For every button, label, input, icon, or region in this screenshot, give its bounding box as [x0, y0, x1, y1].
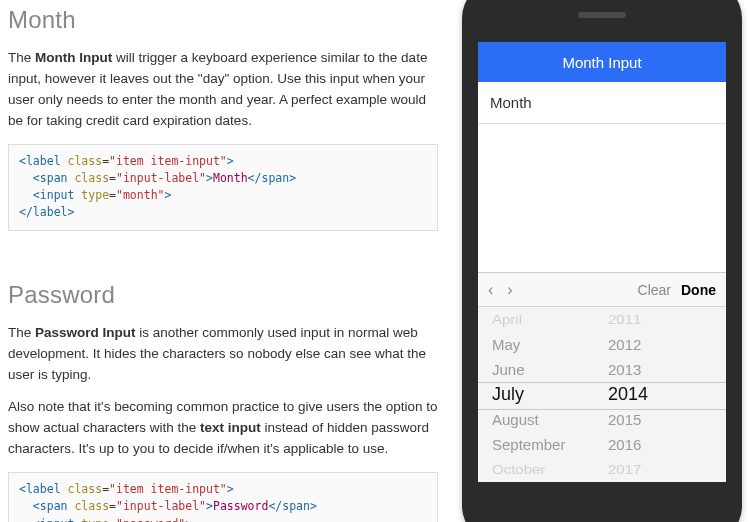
- wheel-item: 2016: [602, 432, 726, 457]
- year-wheel[interactable]: 2011 2012 2013 2014 2015 2016 2017: [602, 307, 726, 482]
- clear-button[interactable]: Clear: [638, 282, 671, 298]
- section-heading-month: Month: [8, 6, 438, 34]
- done-button[interactable]: Done: [681, 282, 716, 298]
- wheel-item: October: [478, 459, 602, 480]
- bold-term: text input: [200, 420, 261, 435]
- month-description: The Month Input will trigger a keyboard …: [8, 48, 438, 132]
- wheel-item: May: [478, 332, 602, 357]
- input-label: Month: [490, 94, 532, 111]
- wheel-item: August: [478, 407, 602, 432]
- wheel-item: 2012: [602, 332, 726, 357]
- password-description-2: Also note that it's becoming common prac…: [8, 397, 438, 460]
- picker-toolbar: ‹ › Clear Done: [478, 273, 726, 307]
- picker-panel: ‹ › Clear Done April May June July Augus…: [478, 272, 726, 482]
- password-code-block: <label class="item item-input"> <span cl…: [8, 472, 438, 522]
- next-field-icon[interactable]: ›: [507, 282, 512, 298]
- prev-field-icon[interactable]: ‹: [488, 282, 493, 298]
- wheel-item: 2013: [602, 357, 726, 382]
- wheel-item: September: [478, 432, 602, 457]
- wheel-item: April: [478, 309, 602, 330]
- wheel-item-selected: July: [478, 382, 602, 407]
- month-input-row[interactable]: Month: [478, 82, 726, 124]
- phone-speaker: [578, 12, 626, 18]
- app-header: Month Input: [478, 42, 726, 82]
- phone-screen: Month Input Month ‹ › Clear Done April M…: [478, 42, 726, 482]
- text: The: [8, 325, 35, 340]
- section-heading-password: Password: [8, 281, 438, 309]
- text: The: [8, 50, 35, 65]
- wheel-item: 2015: [602, 407, 726, 432]
- bold-term: Month Input: [35, 50, 112, 65]
- month-code-block: <label class="item item-input"> <span cl…: [8, 144, 438, 231]
- month-wheel[interactable]: April May June July August September Oct…: [478, 307, 602, 482]
- wheel-item: 2011: [602, 309, 726, 330]
- app-title: Month Input: [562, 54, 641, 71]
- wheel-item: 2017: [602, 459, 726, 480]
- wheel-item: June: [478, 357, 602, 382]
- bold-term: Password Input: [35, 325, 136, 340]
- phone-mockup: Month Input Month ‹ › Clear Done April M…: [462, 0, 742, 522]
- wheel-item-selected: 2014: [602, 382, 726, 407]
- password-description-1: The Password Input is another commonly u…: [8, 323, 438, 386]
